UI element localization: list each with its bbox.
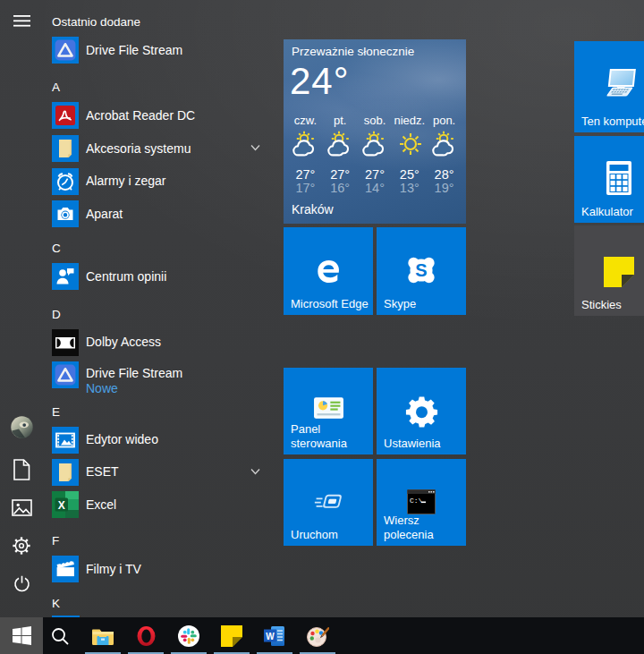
tile-panel-sterowania[interactable]: Panel sterowania: [284, 368, 373, 454]
taskbar-button-slack[interactable]: [167, 617, 210, 654]
pictures-icon: [12, 499, 32, 516]
weather-day-low: 14°: [365, 181, 385, 195]
svg-text:C:\: C:\: [410, 497, 423, 505]
tile-label: Ustawienia: [384, 437, 464, 451]
weather-day-low: 17°: [295, 181, 315, 195]
app-item-text: Acrobat Reader DC: [86, 108, 195, 123]
taskbar-button-word[interactable]: W: [253, 617, 296, 654]
app-item-akcesoria-systemu[interactable]: Akcesoria systemu: [43, 132, 275, 165]
alarm-clock-icon: [52, 168, 79, 195]
weather-day-high: 25°: [400, 167, 419, 181]
rail-button-power[interactable]: [0, 562, 43, 605]
video-editor-icon: [52, 427, 79, 454]
chevron-down-icon[interactable]: [250, 144, 260, 151]
app-item-label: Excel: [86, 497, 116, 513]
app-list-letter-k[interactable]: K: [45, 585, 80, 616]
app-item-label: ESET: [86, 464, 119, 480]
app-list-letter-e[interactable]: E: [45, 402, 80, 424]
weather-day-high: 27°: [365, 167, 385, 181]
user-avatar: [11, 416, 33, 438]
taskbar-button-search[interactable]: [38, 617, 81, 654]
paint-icon: [306, 624, 329, 648]
app-item-text: ESET: [86, 464, 119, 480]
weather-day-name: sob.: [364, 114, 386, 129]
tile-stickies[interactable]: Stickies: [574, 225, 644, 316]
app-item-filmy-i-tv[interactable]: Filmy i TV: [43, 553, 275, 585]
weather-day-name: czw.: [294, 114, 317, 129]
app-item-label: Alarmy i zegar: [86, 174, 165, 189]
taskbar: W: [0, 617, 644, 654]
app-item-text: Akcesoria systemu: [86, 141, 191, 157]
weather-forecast-row: czw.27°17°pt.27°16°sob.27°14°niedz.25°13…: [288, 114, 462, 195]
tile-edge[interactable]: Microsoft Edge: [284, 227, 373, 315]
windows-start-menu-screen: Ostatnio dodaneDrive File StreamAAcrobat…: [0, 0, 644, 654]
google-drive-icon: [52, 37, 79, 64]
app-list-letter-f[interactable]: F: [45, 522, 80, 554]
app-item-edytor-wideo[interactable]: Edytor wideo: [43, 424, 275, 456]
tile-skype[interactable]: SSkype: [377, 227, 466, 315]
weather-current-temp: 24°: [290, 63, 350, 100]
app-item-label: Drive File Stream: [86, 43, 182, 58]
taskbar-button-sticky-notes[interactable]: [210, 617, 253, 654]
weather-condition: Przeważnie słonecznie: [292, 45, 414, 58]
tile-kalkulator[interactable]: Kalkulator: [574, 136, 644, 223]
dolby-icon: [52, 329, 79, 356]
taskbar-button-file-explorer[interactable]: [81, 617, 124, 654]
app-item-text: Dolby Access: [86, 335, 161, 350]
app-item-dolby-access[interactable]: Dolby Access: [43, 327, 275, 359]
weather-day-pt: pt.27°16°: [323, 114, 358, 195]
app-item-text: Alarmy i zegar: [86, 174, 165, 189]
app-item-acrobat-reader-dc[interactable]: Acrobat Reader DC: [43, 99, 275, 132]
weather-day-high: 27°: [330, 167, 350, 181]
movies-tv-icon: [52, 556, 79, 582]
tile-label: Kalkulator: [581, 205, 644, 219]
computer-icon: [574, 41, 644, 126]
app-item-text: Edytor wideo: [86, 432, 158, 447]
rail-button-documents[interactable]: [0, 448, 43, 491]
rail-button-pictures[interactable]: [0, 486, 43, 529]
app-item-text: Drive File Stream: [86, 43, 182, 58]
tile-ten-komputer[interactable]: Ten komputer: [574, 41, 644, 132]
tile-label: Stickies: [581, 298, 644, 312]
sticky-notes-icon: [221, 625, 242, 647]
app-item-drive-file-stream[interactable]: Drive File Stream: [43, 34, 275, 66]
excel-icon: X: [52, 491, 79, 518]
app-item-eset[interactable]: ESET: [43, 456, 275, 488]
app-list-letter-c[interactable]: C: [45, 231, 80, 260]
weather-day-name: niedz.: [394, 114, 425, 129]
weather-day-pon: pon.28°19°: [427, 114, 462, 195]
tile-ustawienia[interactable]: Ustawienia: [377, 368, 466, 454]
rail-button-user[interactable]: [0, 406, 43, 449]
app-item-text: Drive File StreamNowe: [86, 365, 182, 395]
gear-icon: [12, 536, 31, 556]
chevron-down-icon[interactable]: [250, 468, 260, 475]
app-item-centrum-opinii[interactable]: Centrum opinii: [43, 260, 275, 293]
tile-uruchom[interactable]: Uruchom: [284, 459, 373, 546]
folder-icon: [52, 135, 79, 162]
camera-icon: [52, 200, 79, 227]
feedback-hub-icon: [52, 263, 79, 290]
app-item-text: Excel: [86, 497, 116, 513]
tile-label: Skype: [384, 297, 464, 311]
tile-label: Microsoft Edge: [291, 297, 371, 311]
app-item-label: Edytor wideo: [86, 432, 158, 447]
taskbar-button-start[interactable]: [0, 617, 43, 654]
app-item-text: Filmy i TV: [86, 562, 141, 577]
app-item-alarmy-i-zegar[interactable]: Alarmy i zegar: [43, 166, 275, 198]
tile-weather[interactable]: Przeważnie słonecznie24°czw.27°17°pt.27°…: [284, 39, 466, 224]
app-list-letter-a[interactable]: A: [45, 66, 80, 99]
rail-button-settings[interactable]: [0, 524, 43, 567]
tile-wiersz-polecenia[interactable]: C:\Wiersz polecenia: [377, 459, 466, 546]
app-item-aparat[interactable]: Aparat: [43, 198, 275, 230]
app-item-drive-file-stream[interactable]: Drive File StreamNowe: [43, 359, 275, 402]
app-item-text: Centrum opinii: [86, 269, 166, 285]
weather-day-low: 13°: [400, 181, 419, 195]
app-item-label: Dolby Access: [86, 335, 161, 350]
app-list-letter-d[interactable]: D: [45, 293, 80, 327]
app-item-excel[interactable]: XExcel: [43, 488, 275, 521]
weather-day-high: 28°: [435, 167, 454, 181]
svg-text:W: W: [266, 631, 275, 641]
taskbar-button-opera[interactable]: [124, 617, 167, 654]
rail-button-menu[interactable]: [0, 0, 43, 43]
taskbar-button-paint[interactable]: [296, 617, 339, 654]
